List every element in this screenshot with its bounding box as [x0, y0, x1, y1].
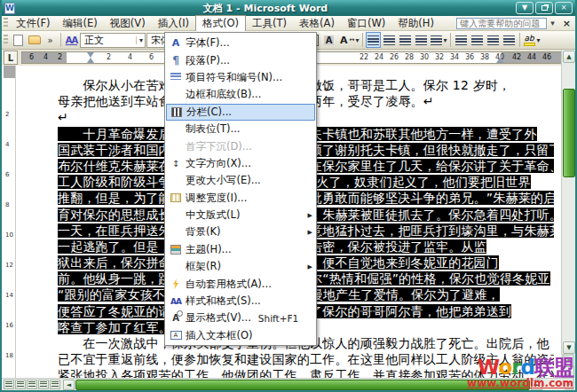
- menu-item[interactable]: 制表位(T)...: [166, 121, 315, 137]
- menu-item[interactable]: 调整宽度(I)...: [166, 190, 315, 207]
- line-spacing-button[interactable]: ▾: [430, 32, 447, 48]
- menu-item[interactable]: 自动套用格式(A)...: [166, 275, 315, 292]
- numbering-button[interactable]: [454, 32, 469, 48]
- menu-item[interactable]: 背景(K) ▶: [166, 223, 315, 240]
- menu-item[interactable]: 边框和底纹(B)...: [166, 86, 315, 103]
- open-button[interactable]: [27, 32, 42, 48]
- outline-view-button[interactable]: [38, 380, 49, 389]
- menu-bar-item[interactable]: 帮助(H): [391, 16, 440, 31]
- menu-item[interactable]: 项目符号和编号(N)...: [166, 69, 315, 86]
- menu-item[interactable]: 首字下沉(D)...: [166, 137, 315, 154]
- menu-item-icon: [170, 245, 181, 255]
- chevron-down-icon: ▾: [136, 36, 143, 44]
- submenu-arrow-icon: ▶: [308, 263, 312, 270]
- menu-bar-item[interactable]: 窗口(W): [341, 16, 391, 31]
- watermark-letter: o: [498, 356, 511, 379]
- toolbar-overflow-button[interactable]: »: [572, 32, 577, 48]
- help-question-box[interactable]: 键入需要帮助的问题: [456, 18, 547, 29]
- menu-item[interactable]: 更改大小写(E)...: [166, 172, 315, 189]
- menu-item[interactable]: 主题(H)...: [166, 241, 315, 258]
- align-right-button[interactable]: [398, 32, 413, 48]
- toolbar-separator: [60, 33, 61, 47]
- menu-item[interactable]: A 显示格式(V)... Shift+F1: [166, 310, 315, 326]
- web-layout-view-button[interactable]: [15, 380, 26, 389]
- watermark-letter: r: [511, 356, 520, 379]
- help-dropdown-icon[interactable]: ▾: [547, 19, 558, 27]
- menu-bar-item[interactable]: 编辑(E): [57, 16, 104, 31]
- menu-item[interactable]: ↕ 文字方向(X)...: [166, 155, 315, 172]
- character-shading-icon: A: [324, 35, 335, 45]
- toolbar-options-button[interactable]: »: [43, 32, 58, 48]
- new-document-button[interactable]: [11, 32, 26, 48]
- character-shading-button[interactable]: A: [321, 32, 336, 48]
- menu-bar-item[interactable]: 插入(I): [152, 16, 195, 31]
- title-bar: W 文档 1 - Microsoft Word ▼ ×: [2, 0, 575, 16]
- scroll-down-button[interactable]: ▼: [563, 341, 575, 354]
- restore-icon: [541, 5, 548, 11]
- word-window: W 文档 1 - Microsoft Word ▼ × 文件(F)编辑(E)视图…: [0, 0, 577, 392]
- ruler-number: 18: [5, 353, 13, 359]
- ruler-number: 26: [390, 54, 399, 61]
- menu-item[interactable]: 分栏(C)...: [166, 104, 315, 121]
- decrease-indent-icon: [487, 35, 499, 45]
- highlight-button[interactable]: ab ▾: [523, 32, 541, 48]
- right-indent-marker[interactable]: [496, 58, 503, 63]
- character-scale-button[interactable]: A↔▾: [337, 32, 360, 48]
- menu-item[interactable]: 中文版式(L) ▶: [166, 207, 315, 223]
- align-center-button[interactable]: [382, 32, 397, 48]
- normal-view-button[interactable]: [4, 380, 14, 389]
- reading-layout-view-button[interactable]: [50, 380, 60, 389]
- align-right-icon: [399, 35, 411, 45]
- vertical-ruler[interactable]: 24681012141618: [4, 66, 16, 380]
- ruler-number: 22: [360, 54, 368, 61]
- menubar-close-icon[interactable]: ×: [558, 18, 575, 29]
- hanging-indent-marker[interactable]: [87, 58, 94, 63]
- menu-item-icon: [172, 278, 180, 289]
- align-left-icon: [368, 35, 379, 45]
- reading-layout-icon: [51, 381, 59, 388]
- minimize-button[interactable]: ▼: [516, 2, 534, 14]
- styles-pane-button[interactable]: AA: [64, 32, 79, 48]
- highlight-icon: ab: [524, 35, 535, 46]
- align-distribute-button[interactable]: [414, 32, 429, 48]
- normal-view-icon: [5, 381, 12, 388]
- print-layout-view-button[interactable]: [27, 380, 37, 389]
- menu-item-icon: [170, 73, 181, 82]
- increase-indent-button[interactable]: [502, 32, 517, 48]
- menu-bar-item[interactable]: 工具(T): [246, 16, 293, 31]
- line-spacing-icon: [431, 35, 442, 45]
- menu-item[interactable]: A 字体(F)...: [166, 35, 315, 51]
- ruler-number: 6: [5, 172, 9, 178]
- menu-item-label: 边框和底纹(B)...: [186, 88, 261, 101]
- outline-view-icon: [40, 381, 47, 388]
- bullets-button[interactable]: [470, 32, 485, 48]
- menu-item-label: 显示格式(V)...: [186, 311, 251, 325]
- menu-bar-item[interactable]: 视图(V): [104, 16, 152, 31]
- menubar-grip[interactable]: [4, 18, 8, 28]
- align-left-button[interactable]: [366, 32, 381, 48]
- ruler-number: 36: [465, 54, 474, 61]
- scroll-up-button[interactable]: ▲: [563, 51, 575, 63]
- vertical-scrollbar[interactable]: ▲ ▼: [561, 50, 575, 355]
- menu-item[interactable]: 框架(R) ▶: [166, 258, 315, 275]
- tab-selector[interactable]: L: [4, 51, 18, 65]
- close-button[interactable]: ×: [555, 2, 573, 14]
- menu-item[interactable]: A 插入文本框(O): [166, 327, 315, 344]
- word-app-icon: W: [4, 3, 15, 14]
- vertical-scroll-thumb[interactable]: [563, 89, 575, 177]
- menu-bar-item[interactable]: 文件(F): [10, 16, 57, 31]
- scroll-left-button[interactable]: ◄: [63, 380, 75, 390]
- decrease-indent-button[interactable]: [486, 32, 501, 48]
- character-scale-icon: A: [338, 35, 350, 45]
- menu-bar-item[interactable]: 格式(O): [195, 15, 246, 32]
- view-buttons: [2, 380, 62, 389]
- menu-item[interactable]: ¶ 段落(P)...: [166, 51, 315, 68]
- menu-item[interactable]: AA 样式和格式(S)...: [166, 293, 315, 310]
- toolbar-grip[interactable]: [4, 35, 8, 45]
- style-combo[interactable]: 正文 ▾: [80, 33, 146, 48]
- chevron-down-icon: ▾: [536, 36, 540, 44]
- menu-bar-item[interactable]: 表格(A): [293, 16, 341, 31]
- horizontal-scroll-thumb[interactable]: [75, 380, 530, 390]
- menu-item-icon: A: [170, 331, 182, 340]
- restore-button[interactable]: [535, 2, 553, 14]
